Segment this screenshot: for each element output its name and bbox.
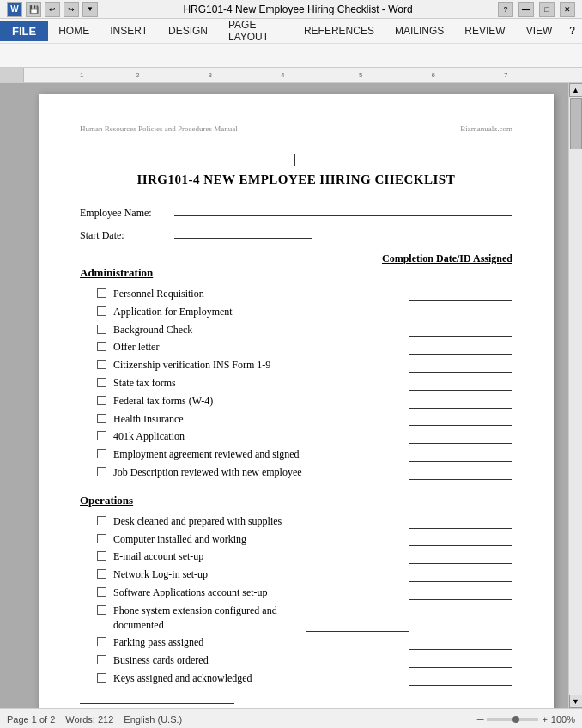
completion-line[interactable] [409, 589, 512, 600]
completion-line[interactable] [409, 325, 512, 337]
zoom-knob[interactable] [512, 716, 519, 723]
word-icon: W [7, 2, 22, 17]
item-text: Employment agreement reviewed and signed [113, 447, 406, 462]
completion-line[interactable] [409, 451, 512, 462]
completion-line[interactable] [409, 675, 512, 686]
tab-mailings[interactable]: MAILINGS [385, 19, 454, 43]
completion-line[interactable] [409, 397, 512, 409]
completion-line[interactable] [409, 433, 512, 444]
checkbox[interactable] [97, 288, 106, 298]
checkbox[interactable] [97, 396, 106, 405]
zoom-plus[interactable]: + [542, 714, 547, 725]
scroll-down-btn[interactable]: ▼ [569, 695, 583, 708]
completion-line[interactable] [409, 639, 512, 650]
completion-line[interactable] [409, 361, 512, 373]
checkbox[interactable] [97, 431, 106, 440]
tab-review[interactable]: REVIEW [454, 19, 515, 43]
completion-line[interactable] [409, 571, 512, 582]
checkbox[interactable] [97, 360, 106, 369]
main-area: Human Resources Policies and Procedures … [0, 83, 582, 708]
right-scrollbar[interactable]: ▲ ▼ [568, 83, 582, 708]
completion-line[interactable] [306, 621, 409, 632]
completion-line[interactable] [409, 518, 512, 529]
tab-design[interactable]: DESIGN [158, 19, 218, 43]
start-date-field: Start Date: [80, 227, 512, 242]
minimize-btn[interactable]: ─ [518, 2, 534, 17]
customize-icon[interactable]: ▼ [82, 2, 98, 17]
item-text: Software Applications account set-up [113, 585, 406, 600]
save-icon[interactable]: 💾 [26, 2, 41, 17]
checkbox[interactable] [97, 414, 106, 423]
completion-line[interactable] [409, 290, 512, 301]
item-text: Background Check [113, 323, 406, 337]
completion-line[interactable] [409, 308, 512, 319]
checkbox[interactable] [97, 378, 106, 387]
tab-home[interactable]: HOME [48, 19, 100, 43]
checkbox[interactable] [97, 673, 106, 682]
checkbox[interactable] [97, 342, 106, 351]
tab-page-layout[interactable]: PAGE LAYOUT [218, 19, 294, 43]
operations-section: Operations Desk cleaned and prepared wit… [80, 494, 512, 686]
status-left: Page 1 of 2 Words: 212 English (U.S.) [7, 714, 182, 725]
left-margin-bar [0, 83, 24, 708]
zoom-slider[interactable] [487, 718, 538, 721]
checkbox[interactable] [97, 551, 106, 561]
completion-header: Completion Date/ID Assigned [382, 252, 512, 265]
document-page: Human Resources Policies and Procedures … [39, 94, 554, 708]
checkbox[interactable] [97, 569, 106, 579]
signature-line [80, 703, 234, 704]
item-text: Job Description reviewed with new employ… [113, 465, 406, 480]
list-item: Keys assigned and acknowledged [97, 671, 512, 686]
scroll-up-btn[interactable]: ▲ [569, 83, 583, 97]
completion-line[interactable] [409, 469, 512, 480]
employee-name-field: Employee Name: [80, 204, 512, 220]
list-item: Health Insurance [97, 412, 512, 427]
tab-references[interactable]: REFERENCES [294, 19, 385, 43]
item-text: 401k Application [113, 429, 406, 444]
status-right: ─ + 100% [477, 714, 575, 725]
help-btn[interactable]: ? [498, 2, 513, 17]
item-text: Business cards ordered [113, 653, 406, 668]
completion-line[interactable] [409, 415, 512, 426]
checkbox[interactable] [97, 516, 106, 525]
checkbox[interactable] [97, 467, 106, 476]
checkbox[interactable] [97, 449, 106, 458]
checkbox[interactable] [97, 587, 106, 597]
page-info: Page 1 of 2 [7, 714, 55, 725]
title-bar: W 💾 ↩ ↪ ▼ HRG101-4 New Employee Hiring C… [0, 0, 582, 19]
completion-line[interactable] [409, 535, 512, 546]
list-item: Job Description reviewed with new employ… [97, 465, 512, 480]
scrollbar-thumb[interactable] [570, 98, 582, 149]
checkbox[interactable] [97, 325, 106, 334]
completion-line[interactable] [409, 379, 512, 391]
start-date-line[interactable] [174, 227, 312, 239]
redo-icon[interactable]: ↪ [64, 2, 79, 17]
undo-icon[interactable]: ↩ [45, 2, 60, 17]
file-tab[interactable]: FILE [0, 21, 48, 41]
completion-line[interactable] [409, 657, 512, 668]
cursor-line [80, 154, 512, 167]
close-btn[interactable]: ✕ [560, 2, 575, 17]
scrollbar-track[interactable] [569, 97, 582, 695]
zoom-minus[interactable]: ─ [477, 714, 484, 725]
employee-name-line[interactable] [174, 204, 512, 216]
checkbox[interactable] [97, 306, 106, 316]
page-area[interactable]: Human Resources Policies and Procedures … [24, 83, 568, 708]
window-controls: ? ─ □ ✕ [498, 2, 575, 17]
title-bar-title: HRG101-4 New Employee Hiring Checklist -… [183, 3, 412, 15]
status-bar: Page 1 of 2 Words: 212 English (U.S.) ─ … [0, 708, 582, 728]
tab-view[interactable]: VIEW [516, 19, 563, 43]
restore-btn[interactable]: □ [539, 2, 555, 17]
list-item: E-mail account set-up [97, 549, 512, 564]
completion-line[interactable] [409, 343, 512, 355]
checkbox[interactable] [97, 605, 106, 615]
tab-insert[interactable]: INSERT [100, 19, 158, 43]
completion-line[interactable] [409, 553, 512, 564]
item-text: State tax forms [113, 376, 406, 391]
list-item: Network Log-in set-up [97, 567, 512, 582]
ribbon-tabs: HOME INSERT DESIGN PAGE LAYOUT REFERENCE… [48, 19, 582, 43]
checkbox[interactable] [97, 655, 106, 664]
checkbox[interactable] [97, 637, 106, 646]
ribbon-help-icon[interactable]: ? [562, 25, 582, 37]
checkbox[interactable] [97, 534, 106, 543]
